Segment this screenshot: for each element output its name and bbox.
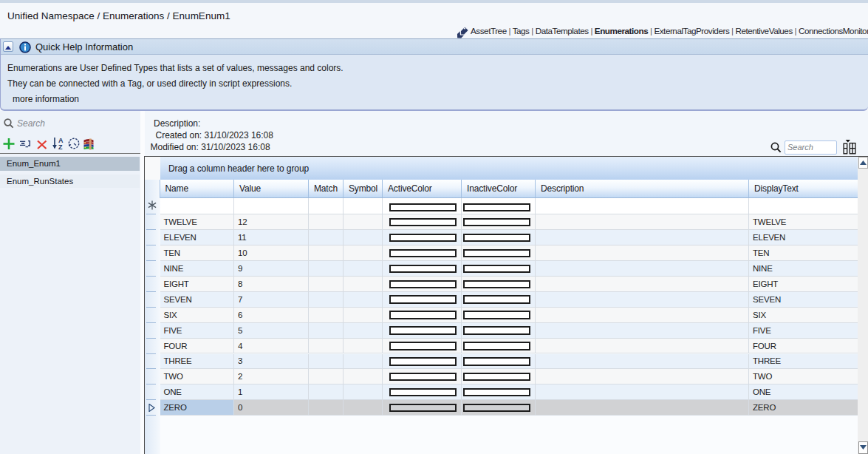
svg-text:Z: Z <box>58 143 63 150</box>
